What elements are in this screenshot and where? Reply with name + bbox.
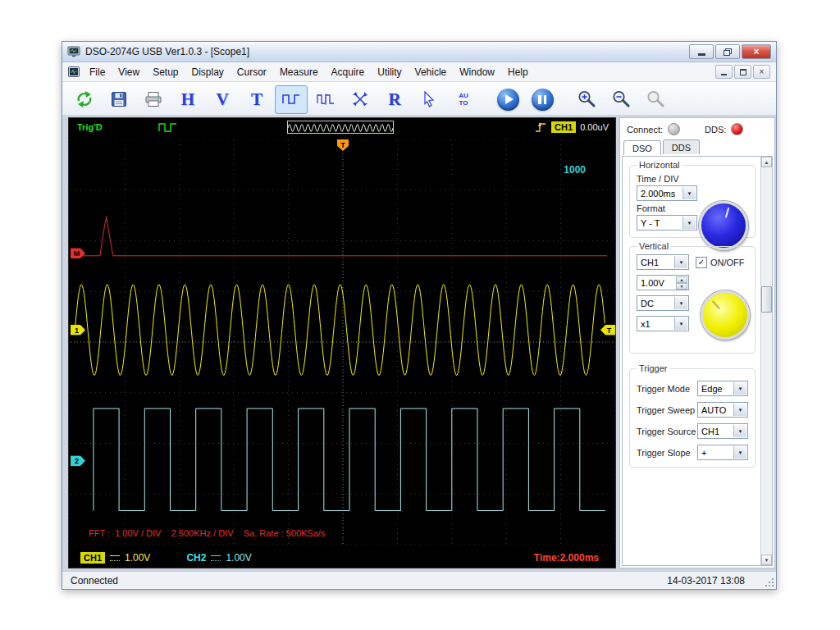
dds-label: DDS:: [705, 125, 726, 135]
minimize-icon: [698, 53, 705, 56]
run-button[interactable]: [491, 85, 524, 114]
channel-select[interactable]: CH1 ▼: [637, 254, 689, 270]
mdi-restore-icon: [740, 69, 746, 75]
cursor-tool-button[interactable]: [413, 85, 445, 114]
channel-onoff-checkbox[interactable]: ✓ ON/OFF: [696, 257, 745, 268]
trigger-status: Trig'D: [77, 122, 103, 132]
maximize-button[interactable]: [715, 44, 740, 59]
pulse-mode-button[interactable]: [309, 85, 342, 114]
ch2-coupling-icon: [211, 555, 221, 561]
trigger-slope-select[interactable]: + ▼: [697, 445, 748, 460]
zoom-in-icon: [577, 89, 596, 109]
waveform-mode-button[interactable]: [275, 85, 308, 114]
trigger-source-select[interactable]: CH1 ▼: [697, 423, 748, 439]
save-button[interactable]: [103, 85, 135, 114]
resize-grip[interactable]: [763, 576, 774, 587]
scroll-thumb[interactable]: [761, 286, 772, 313]
vertical-panel-button[interactable]: V: [206, 85, 239, 114]
chevron-down-icon[interactable]: ▼: [682, 187, 696, 199]
toolbar: H V T R: [62, 82, 776, 117]
trigger-mode-select[interactable]: Edge ▼: [697, 381, 748, 396]
trigger-sweep-value: AUTO: [701, 405, 726, 415]
chevron-down-icon[interactable]: ▼: [733, 404, 746, 416]
spin-up-icon[interactable]: ▲: [676, 276, 687, 283]
close-icon: ×: [753, 46, 759, 57]
play-icon: [497, 89, 519, 111]
print-button[interactable]: [137, 85, 170, 114]
menu-measure[interactable]: Measure: [273, 64, 325, 80]
scope-channel-bar: CH1 1.00V CH2 1.00V Time:2.000ms: [69, 548, 615, 568]
coupling-value: DC: [641, 299, 654, 308]
menu-utility[interactable]: Utility: [371, 64, 408, 80]
trigger-slope-value: +: [701, 448, 706, 458]
panel-scrollbar[interactable]: ▲ ▼: [760, 157, 772, 565]
spin-down-icon[interactable]: ▼: [676, 283, 687, 290]
ch2-label: CH2: [186, 552, 206, 564]
horizontal-panel-button[interactable]: H: [171, 85, 204, 114]
chevron-down-icon[interactable]: ▼: [682, 217, 696, 229]
t-letter-icon: T: [251, 89, 262, 110]
connect-indicator: [668, 123, 680, 135]
menu-help[interactable]: Help: [501, 64, 535, 80]
chevron-down-icon[interactable]: ▼: [674, 317, 687, 330]
trigger-panel-button[interactable]: T: [240, 85, 273, 114]
time-div-select[interactable]: 2.000ms ▼: [637, 185, 697, 201]
connection-row: Connect: DDS:: [620, 118, 774, 138]
ch2-scale: 1.00V: [226, 552, 251, 564]
chevron-down-icon[interactable]: ▼: [674, 256, 687, 268]
xy-mode-button[interactable]: [344, 85, 377, 114]
volts-div-spinner[interactable]: 1.00V ▲ ▼: [637, 275, 689, 290]
menu-vehicle[interactable]: Vehicle: [409, 64, 454, 80]
scope-graticule[interactable]: 1000 FFT : 1.00V / DIV 2.500KHz / DIV Sa…: [71, 139, 615, 545]
fft-info: FFT : 1.00V / DIV 2.500KHz / DIV Sa. Rat…: [89, 528, 325, 538]
close-button[interactable]: ×: [742, 44, 771, 59]
menu-view[interactable]: View: [112, 64, 146, 80]
preview-waveform: [288, 123, 393, 133]
horizontal-group-title: Horizontal: [637, 160, 682, 170]
scroll-down-button[interactable]: ▼: [761, 555, 772, 565]
connect-label: Connect:: [627, 125, 663, 135]
reference-button[interactable]: R: [378, 85, 411, 114]
menu-acquire[interactable]: Acquire: [325, 64, 372, 80]
mdi-minimize-button[interactable]: [715, 65, 733, 79]
scroll-up-button[interactable]: ▲: [761, 157, 772, 167]
format-select[interactable]: Y - T ▼: [637, 215, 697, 231]
chevron-down-icon[interactable]: ▼: [733, 446, 746, 459]
chevron-down-icon[interactable]: ▼: [674, 297, 687, 309]
chevron-down-icon[interactable]: ▼: [733, 382, 746, 395]
channel-value: CH1: [641, 258, 659, 267]
pause-button[interactable]: [526, 85, 559, 114]
menu-setup[interactable]: Setup: [146, 64, 185, 80]
trigger-sweep-label: Trigger Sweep: [637, 405, 697, 415]
minimize-button[interactable]: [689, 44, 714, 59]
zoom-out-button[interactable]: [605, 85, 637, 114]
probe-select[interactable]: x1 ▼: [637, 316, 689, 331]
v-letter-icon: V: [216, 89, 228, 110]
mdi-close-button[interactable]: ×: [753, 65, 770, 79]
title-bar[interactable]: DSO-2074G USB Ver1.0.3 - [Scope1] ×: [62, 42, 776, 62]
zoom-in-button[interactable]: [570, 85, 603, 114]
autoset-button[interactable]: AUTO: [447, 85, 480, 114]
vertical-position-knob[interactable]: [701, 290, 750, 340]
mdi-minimize-icon: [721, 74, 727, 75]
tab-dso[interactable]: DSO: [623, 140, 661, 155]
zoom-window-button[interactable]: [639, 85, 672, 114]
chevron-down-icon[interactable]: ▼: [733, 425, 746, 437]
trigger-sweep-select[interactable]: AUTO ▼: [697, 402, 748, 418]
menu-display[interactable]: Display: [185, 64, 231, 80]
dds-indicator: [731, 123, 743, 135]
window-title: DSO-2074G USB Ver1.0.3 - [Scope1]: [85, 46, 249, 57]
menu-window[interactable]: Window: [453, 64, 501, 80]
tab-dds[interactable]: DDS: [663, 139, 700, 154]
square-wave-glyph-icon: [158, 121, 179, 133]
record-preview[interactable]: [287, 121, 394, 134]
knob-pointer: [694, 284, 756, 346]
menu-cursor[interactable]: Cursor: [231, 64, 273, 80]
coupling-select[interactable]: DC ▼: [637, 295, 689, 311]
connect-button[interactable]: [68, 85, 101, 114]
menu-bar: File View Setup Display Cursor Measure A…: [62, 62, 776, 82]
vertical-group: Vertical CH1 ▼ ✓ ON/OFF 1.00V: [629, 241, 756, 354]
menu-file[interactable]: File: [83, 64, 112, 80]
mdi-restore-button[interactable]: [734, 65, 751, 79]
trigger-source-value: CH1: [701, 427, 719, 436]
